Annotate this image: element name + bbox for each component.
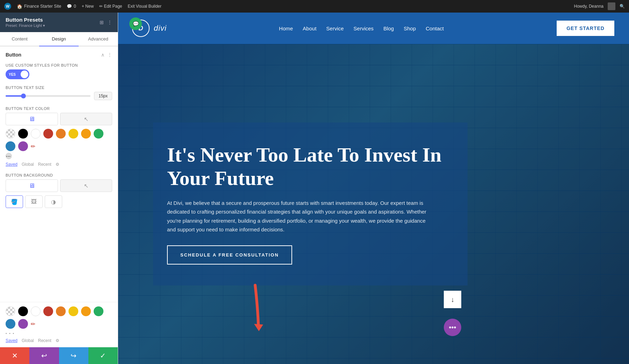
- bg-image-icon: 🖼: [31, 199, 37, 205]
- bottom-swatch-red[interactable]: [43, 306, 53, 316]
- bottom-swatch-gold[interactable]: [81, 306, 91, 316]
- edit-page-link[interactable]: ✏ Edit Page: [99, 4, 122, 9]
- left-panel: Button Presets Preset: Finance Light ▾ ⊞…: [0, 13, 118, 364]
- color-tab-recent[interactable]: Recent: [38, 162, 51, 167]
- swatch-green[interactable]: [94, 129, 103, 139]
- redo-button[interactable]: ↪: [59, 347, 88, 364]
- hero-content: It's Never Too Late To Invest In Your Fu…: [153, 122, 468, 285]
- bottom-swatch-black[interactable]: [18, 306, 28, 316]
- get-started-button[interactable]: GET STARTED: [556, 20, 615, 37]
- custom-styles-toggle[interactable]: YES: [6, 69, 29, 79]
- wp-logo-icon: W: [4, 3, 11, 10]
- section-collapse-icon[interactable]: ∧: [101, 52, 104, 58]
- color-gear-icon[interactable]: ⚙: [56, 162, 59, 167]
- button-background-field: Button Background 🖥 ↖ 🪣 🖼: [6, 173, 112, 208]
- panel-expand-icon[interactable]: ⊞: [100, 20, 104, 25]
- panel-subtitle[interactable]: Preset: Finance Light ▾: [6, 23, 45, 28]
- section-more-icon[interactable]: ⋮: [107, 52, 112, 58]
- nav-about[interactable]: About: [303, 25, 316, 31]
- save-button[interactable]: ✓: [88, 347, 118, 364]
- nav-home[interactable]: Home: [279, 25, 293, 31]
- slider-track[interactable]: [6, 95, 91, 97]
- exit-vb-link[interactable]: Exit Visual Builder: [128, 4, 161, 9]
- schedule-button[interactable]: SCHEDULE A FREE CONSULTATION: [167, 245, 292, 265]
- tab-content[interactable]: Content: [0, 32, 39, 46]
- swatch-purple[interactable]: [18, 141, 28, 151]
- color-tab-saved[interactable]: Saved: [6, 162, 17, 167]
- toggle-yes-label: YES: [7, 73, 18, 76]
- bg-color-icon-box[interactable]: 🪣: [6, 195, 23, 208]
- custom-styles-field: Use Custom Styles For Button YES: [6, 63, 112, 79]
- user-avatar[interactable]: [608, 2, 615, 10]
- site-name-link[interactable]: 🏠 Finance Starter Site: [17, 4, 61, 9]
- comments-link[interactable]: 💬 0: [67, 4, 76, 9]
- bottom-swatch-white[interactable]: [31, 306, 41, 316]
- bottom-tab-saved[interactable]: Saved: [6, 338, 17, 343]
- nav-contact[interactable]: Contact: [426, 25, 444, 31]
- color-box-arrow[interactable]: ↖: [60, 113, 113, 125]
- bottom-swatch-yellow[interactable]: [68, 306, 78, 316]
- search-icon[interactable]: 🔍: [620, 4, 625, 9]
- nav-services[interactable]: Services: [354, 25, 374, 31]
- swatch-blue[interactable]: [6, 141, 15, 151]
- divi-chat-button[interactable]: 💬: [129, 17, 142, 30]
- bg-color-box-arrow[interactable]: ↖: [60, 179, 113, 192]
- cancel-button[interactable]: ✕: [0, 347, 29, 364]
- slider-value[interactable]: 15px: [94, 92, 112, 100]
- hero-description: At Divi, we believe that a secure and pr…: [167, 199, 433, 234]
- exit-vb-label: Exit Visual Builder: [128, 4, 161, 9]
- section-title: Button: [6, 52, 21, 58]
- new-label: + New: [82, 4, 94, 9]
- bottom-pencil-icon[interactable]: ✏: [31, 321, 35, 327]
- nav-service[interactable]: Service: [326, 25, 344, 31]
- swatch-black[interactable]: [18, 129, 28, 139]
- wp-logo-link[interactable]: W: [4, 3, 11, 10]
- admin-bar-right: Howdy, Deanna 🔍: [574, 2, 625, 10]
- swatch-yellow[interactable]: [68, 129, 78, 139]
- panel-tabs: Content Design Advanced: [0, 32, 118, 46]
- text-color-label: Button Text Color: [6, 106, 112, 111]
- bottom-swatch-purple[interactable]: [18, 319, 28, 329]
- cancel-icon: ✕: [12, 351, 18, 360]
- bottom-gear-icon[interactable]: ⚙: [56, 338, 59, 343]
- purple-fab-button[interactable]: •••: [444, 319, 461, 336]
- bottom-color-swatches: ✏: [6, 306, 112, 329]
- tab-advanced[interactable]: Advanced: [79, 32, 118, 46]
- bottom-swatch-orange[interactable]: [56, 306, 66, 316]
- swatch-orange[interactable]: [56, 129, 66, 139]
- main-layout: Button Presets Preset: Finance Light ▾ ⊞…: [0, 13, 629, 364]
- swatch-red[interactable]: [43, 129, 53, 139]
- redo-icon: ↪: [71, 351, 77, 360]
- tab-design[interactable]: Design: [39, 32, 78, 46]
- admin-bar: W 🏠 Finance Starter Site 💬 0 + New ✏ Edi…: [0, 0, 629, 13]
- bg-color-box-icon[interactable]: 🖥: [6, 179, 58, 192]
- undo-button[interactable]: ↩: [29, 347, 59, 364]
- color-box-icon[interactable]: 🖥: [6, 113, 58, 125]
- swatch-gold[interactable]: [81, 129, 91, 139]
- swatch-white[interactable]: [31, 129, 41, 139]
- nav-shop[interactable]: Shop: [404, 25, 416, 31]
- color-tab-global[interactable]: Global: [22, 162, 34, 167]
- bg-gradient-icon-box[interactable]: ◑: [45, 195, 62, 208]
- fab-dots-icon: •••: [449, 324, 456, 332]
- slider-thumb[interactable]: [21, 94, 26, 98]
- bottom-swatch-green[interactable]: [94, 306, 103, 316]
- toggle-knob: [21, 70, 28, 78]
- toggle-label: Use Custom Styles For Button: [6, 63, 112, 67]
- color-pencil-icon[interactable]: ✏: [31, 143, 35, 150]
- section-header: Button ∧ ⋮: [6, 52, 112, 58]
- bg-image-icon-box[interactable]: 🖼: [25, 195, 43, 208]
- panel-more-icon[interactable]: ⋮: [107, 20, 112, 25]
- new-link[interactable]: + New: [82, 4, 94, 9]
- nav-blog[interactable]: Blog: [383, 25, 394, 31]
- swatch-transparent[interactable]: [6, 129, 15, 139]
- panel-title-area: Button Presets Preset: Finance Light ▾: [6, 17, 45, 28]
- bg-label: Button Background: [6, 173, 112, 177]
- site-name: Finance Starter Site: [24, 4, 61, 9]
- bottom-tab-recent[interactable]: Recent: [38, 338, 51, 343]
- color-monitor-icon: 🖥: [29, 116, 35, 123]
- bottom-swatch-blue[interactable]: [6, 319, 15, 329]
- bottom-tab-global[interactable]: Global: [22, 338, 34, 343]
- bottom-swatch-transparent[interactable]: [6, 306, 15, 316]
- down-arrow-button[interactable]: ↓: [444, 291, 461, 308]
